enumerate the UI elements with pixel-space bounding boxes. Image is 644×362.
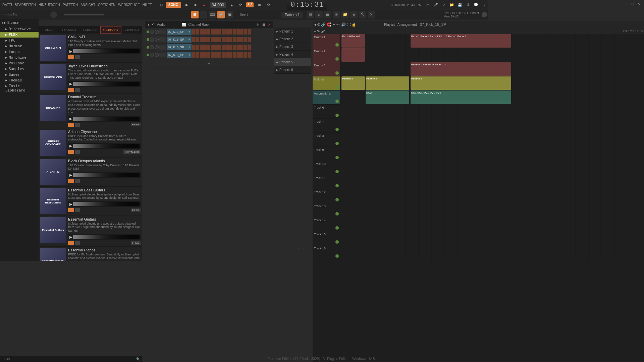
play-icon[interactable]: ▶ (69, 173, 73, 177)
pl-link-icon[interactable]: 🔗 (321, 22, 326, 27)
channel-name-button[interactable]: 07_K..0_SP + (167, 44, 192, 50)
step-button[interactable] (229, 52, 232, 58)
step-button[interactable] (203, 45, 207, 50)
track-mute-led[interactable] (335, 85, 339, 89)
open-icon[interactable]: 📁 (449, 2, 455, 8)
step-button[interactable] (196, 45, 199, 50)
tree-item-poizone[interactable]: ▸PoiZone (0, 60, 39, 66)
track-header[interactable]: Track 14 (313, 217, 340, 231)
playlist-clip[interactable]: Pattern 2 (341, 76, 365, 90)
step-button[interactable] (218, 37, 221, 42)
track-mute-led[interactable] (335, 156, 339, 159)
live-icon[interactable]: ▣ (226, 11, 233, 18)
track-mute-led[interactable] (335, 128, 339, 131)
tempo-tap-icon[interactable]: 🔨 (359, 11, 366, 18)
pattern-item[interactable]: ▸Pattern 1 (274, 27, 311, 35)
typing-keyboard-icon[interactable]: ⌨ (209, 11, 216, 18)
pack-preview[interactable]: ▶ (68, 143, 141, 149)
pack-item[interactable]: Essential Pianos Essential Pianos FREE f… (39, 247, 142, 261)
channel-route[interactable] (159, 45, 166, 50)
cr-back-icon[interactable]: ◂ (147, 23, 149, 26)
soundcloud-icon[interactable] (68, 55, 74, 59)
track-header[interactable]: Track 10 (313, 161, 340, 175)
download-badge-icon[interactable] (75, 241, 80, 245)
step-button[interactable] (248, 37, 251, 42)
track-header[interactable]: Track 7 (313, 119, 340, 133)
play-icon[interactable]: ▶ (69, 82, 73, 86)
soundcloud-icon[interactable] (68, 123, 74, 127)
step-button[interactable] (214, 45, 218, 50)
pl-fit-icon[interactable]: ⛶ (347, 22, 351, 26)
step-button[interactable] (233, 37, 236, 42)
tree-item-toxic biohazard[interactable]: ▸Toxic Biohazard (0, 83, 39, 93)
playlist-clip[interactable] (341, 48, 365, 62)
snap-setting[interactable]: (leer) (240, 13, 248, 16)
step-button[interactable] (214, 52, 218, 58)
playlist-view-icon[interactable]: ▤ (307, 11, 314, 18)
step-button[interactable] (196, 37, 199, 42)
tools-icon[interactable]: ✂ (425, 2, 431, 8)
step-button[interactable] (240, 52, 244, 58)
pattern-item[interactable]: ▸Pattern 3 (274, 43, 311, 51)
channel-name-button[interactable]: 07_K..3_SP + (167, 29, 192, 35)
cr-graph-icon[interactable]: 📊 (182, 23, 186, 26)
step-button[interactable] (192, 29, 196, 35)
track-mute-led[interactable] (335, 254, 339, 258)
piano-roll-icon[interactable]: ♫ (315, 11, 323, 18)
track-header[interactable]: Track 8 (313, 133, 340, 147)
step-button[interactable] (240, 37, 244, 42)
step-button[interactable] (233, 52, 236, 58)
tree-item-samples[interactable]: ▸Samples (0, 66, 39, 72)
step-button[interactable] (207, 29, 210, 35)
track-mute-led[interactable] (335, 71, 339, 75)
channel-pan-knob[interactable] (150, 45, 154, 49)
playlist-clip[interactable]: Pattern 3 (366, 76, 409, 90)
step-button[interactable] (229, 37, 232, 42)
playlist-clip[interactable]: EQ2 (366, 90, 409, 104)
track-header[interactable]: Drums 2 (313, 48, 340, 62)
download-badge-icon[interactable] (75, 179, 80, 183)
track-header[interactable]: Track 15 (313, 231, 340, 245)
step-button[interactable] (211, 29, 214, 35)
track-header[interactable]: Drums 1 (313, 34, 340, 48)
pl-plus-icon[interactable]: + (314, 29, 316, 33)
pattern-item[interactable]: ▸Pattern 5 (274, 58, 311, 66)
playlist-clip[interactable]: Pattern 3 (411, 76, 488, 90)
channel-pan-knob[interactable] (150, 53, 154, 57)
step-button[interactable] (207, 45, 210, 50)
track-lanes[interactable]: Pa..n 6 Pa..n 6Pa..n 1 Pa..n 1 Pa..n 1 P… (340, 34, 488, 259)
pack-item[interactable]: ARKSUN CITYSCAPE Arksun Cityscape FREE i… (39, 128, 142, 158)
snap-icon[interactable]: ⊞ (191, 11, 199, 18)
channel-mute-led[interactable] (147, 38, 149, 41)
step-button[interactable] (211, 37, 214, 42)
step-button[interactable] (244, 52, 247, 58)
step-button[interactable] (236, 37, 240, 42)
step-button[interactable] (200, 29, 203, 35)
step-button[interactable] (203, 29, 207, 35)
tree-item-harmor[interactable]: ▸Harmor (0, 43, 39, 49)
download-icon[interactable]: ⤓ (481, 2, 487, 8)
channel-vol-knob[interactable] (155, 30, 159, 34)
play-icon[interactable]: ▶ (69, 49, 73, 53)
step-button[interactable] (236, 52, 240, 58)
channel-name-button[interactable]: 07_K..5_SP + (167, 52, 192, 58)
tree-item-loops[interactable]: ▸Loops (0, 49, 39, 55)
track-header[interactable]: Melodie (313, 76, 340, 90)
track-mute-led[interactable] (335, 240, 339, 244)
tree-item-sawer[interactable]: ▸Sawer (0, 72, 39, 77)
play-icon[interactable]: ▶ (69, 202, 73, 206)
channel-route[interactable] (159, 53, 166, 57)
collapse-icon[interactable]: ◂ (1, 21, 3, 24)
track-mute-led[interactable] (335, 170, 339, 173)
playlist-clip[interactable]: Pa..n 6 Pa..n 6 (341, 34, 365, 48)
track-mute-led[interactable] (335, 114, 339, 117)
download-badge-icon[interactable] (75, 55, 80, 59)
step-button[interactable] (192, 52, 196, 58)
step-button[interactable] (233, 29, 236, 35)
countdown-icon[interactable]: ⟳ (237, 2, 244, 8)
pack-item[interactable]: CHILL-LO-FI Chill-Lo-Fi 110 Deeply creat… (39, 34, 142, 63)
menu-pattern[interactable]: PATTERN (62, 2, 79, 7)
pattern-item[interactable]: ▸Pattern 2 (274, 35, 311, 43)
step-button[interactable] (200, 45, 203, 50)
pack-item[interactable]: DRUMSLICED Jayce Lewis Drumsliced The so… (39, 63, 142, 94)
